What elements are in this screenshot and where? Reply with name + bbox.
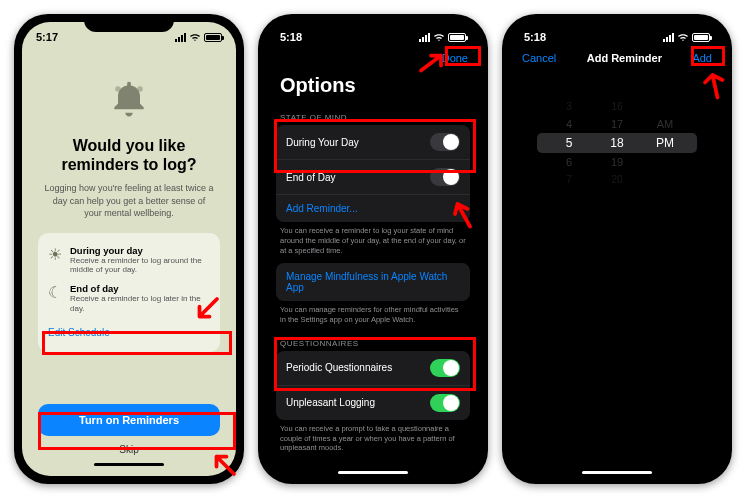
picker-hour[interactable]: 6 xyxy=(554,156,584,168)
time-picker[interactable]: 316 417AM 518PM 619 720 xyxy=(537,98,697,188)
picker-hour-selected[interactable]: 5 xyxy=(554,136,584,150)
state-footer: You can receive a reminder to log your s… xyxy=(266,222,480,263)
picker-min[interactable]: 19 xyxy=(602,156,632,168)
watch-footer: You can manage reminders for other mindf… xyxy=(266,301,480,333)
picker-hour[interactable]: 7 xyxy=(554,174,584,185)
skip-button[interactable]: Skip xyxy=(111,436,146,463)
picker-ampm[interactable]: AM xyxy=(650,118,680,130)
picker-min[interactable]: 16 xyxy=(602,101,632,112)
during-day-desc: Receive a reminder to log around the mid… xyxy=(70,256,210,275)
during-day-title: During your day xyxy=(70,245,210,256)
during-day-label: During Your Day xyxy=(286,137,359,148)
cellular-icon xyxy=(419,33,430,42)
bell-icon xyxy=(107,78,151,122)
notch xyxy=(572,14,662,32)
periodic-cell[interactable]: Periodic Questionnaires xyxy=(276,351,470,386)
wifi-icon xyxy=(189,31,201,43)
status-time: 5:18 xyxy=(524,31,546,43)
picker-min[interactable]: 17 xyxy=(602,118,632,130)
q-footer: You can receive a prompt to take a quest… xyxy=(266,420,480,461)
manage-watch-label: Manage Mindfulness in Apple Watch App xyxy=(286,271,460,293)
during-day-toggle[interactable] xyxy=(430,133,460,151)
edit-schedule-link[interactable]: Edit Schedule xyxy=(48,317,210,344)
battery-icon xyxy=(204,33,222,42)
add-button[interactable]: Add xyxy=(692,52,712,64)
cellular-icon xyxy=(175,33,186,42)
status-time: 5:18 xyxy=(280,31,302,43)
battery-icon xyxy=(692,33,710,42)
onboarding-heading: Would you like reminders to log? xyxy=(38,136,220,174)
nav-bar: Cancel Add Reminder Add xyxy=(510,48,724,68)
picker-min[interactable]: 20 xyxy=(602,174,632,185)
sun-icon: ☀︎ xyxy=(48,245,62,275)
end-day-row: ☾ End of dayReceive a reminder to log la… xyxy=(48,279,210,317)
svg-point-0 xyxy=(137,86,143,92)
home-indicator[interactable] xyxy=(94,463,164,466)
end-day-cell[interactable]: End of Day xyxy=(276,160,470,195)
options-screen: 5:18 Done Options STATE OF MIND During Y… xyxy=(266,22,480,476)
home-indicator[interactable] xyxy=(338,471,408,474)
wifi-icon xyxy=(677,31,689,43)
add-reminder-link[interactable]: Add Reminder... xyxy=(276,195,470,222)
picker-hour[interactable]: 4 xyxy=(554,118,584,130)
battery-icon xyxy=(448,33,466,42)
done-button[interactable]: Done xyxy=(442,52,468,64)
phone-frame-3: 5:18 Cancel Add Reminder Add 316 417AM 5… xyxy=(502,14,732,484)
during-day-cell[interactable]: During Your Day xyxy=(276,125,470,160)
unpleasant-toggle[interactable] xyxy=(430,394,460,412)
end-day-title: End of day xyxy=(70,283,210,294)
during-day-row: ☀︎ During your dayReceive a reminder to … xyxy=(48,241,210,279)
status-time: 5:17 xyxy=(36,31,58,43)
state-of-mind-group: During Your Day End of Day Add Reminder.… xyxy=(276,125,470,222)
picker-min-selected[interactable]: 18 xyxy=(602,136,632,150)
moon-icon: ☾ xyxy=(48,283,62,313)
add-reminder-label: Add Reminder... xyxy=(286,203,358,214)
options-title: Options xyxy=(266,68,480,107)
reminders-onboarding-screen: 5:17 Would you like reminders to log? Lo… xyxy=(22,22,236,476)
manage-watch-link[interactable]: Manage Mindfulness in Apple Watch App xyxy=(276,263,470,301)
phone-frame-2: 5:18 Done Options STATE OF MIND During Y… xyxy=(258,14,488,484)
turn-on-reminders-button[interactable]: Turn on Reminders xyxy=(38,404,220,436)
add-reminder-title: Add Reminder xyxy=(587,52,662,64)
periodic-label: Periodic Questionnaires xyxy=(286,362,392,373)
home-indicator[interactable] xyxy=(582,471,652,474)
watch-group: Manage Mindfulness in Apple Watch App xyxy=(276,263,470,301)
state-of-mind-label: STATE OF MIND xyxy=(266,107,480,125)
nav-bar: Done xyxy=(266,48,480,68)
picker-hour[interactable]: 3 xyxy=(554,101,584,112)
periodic-toggle[interactable] xyxy=(430,359,460,377)
unpleasant-label: Unpleasant Logging xyxy=(286,397,375,408)
onboarding-subtext: Logging how you're feeling at least twic… xyxy=(38,182,220,218)
notch xyxy=(328,14,418,32)
add-reminder-screen: 5:18 Cancel Add Reminder Add 316 417AM 5… xyxy=(510,22,724,476)
svg-point-1 xyxy=(115,86,121,92)
cancel-button[interactable]: Cancel xyxy=(522,52,556,64)
end-day-label: End of Day xyxy=(286,172,335,183)
cellular-icon xyxy=(663,33,674,42)
picker-ampm-selected[interactable]: PM xyxy=(650,136,680,150)
end-day-desc: Receive a reminder to log later in the d… xyxy=(70,294,210,313)
unpleasant-cell[interactable]: Unpleasant Logging xyxy=(276,386,470,420)
questionnaires-group: Periodic Questionnaires Unpleasant Loggi… xyxy=(276,351,470,420)
phone-frame-1: 5:17 Would you like reminders to log? Lo… xyxy=(14,14,244,484)
wifi-icon xyxy=(433,31,445,43)
end-day-toggle[interactable] xyxy=(430,168,460,186)
notch xyxy=(84,14,174,32)
schedule-card: ☀︎ During your dayReceive a reminder to … xyxy=(38,233,220,352)
questionnaires-label: QUESTIONNAIRES xyxy=(266,333,480,351)
